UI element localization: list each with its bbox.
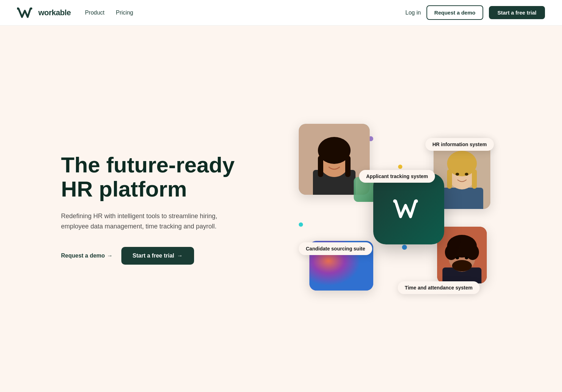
hero-inner: The future-ready HR platform Redefining …	[33, 85, 529, 333]
nav-pricing[interactable]: Pricing	[116, 10, 133, 16]
logo-icon	[17, 6, 35, 19]
svg-rect-17	[472, 169, 477, 189]
svg-rect-6	[318, 156, 323, 177]
nav-product[interactable]: Product	[85, 10, 104, 16]
pill-time: Time and attendance system	[398, 281, 480, 294]
svg-point-11	[414, 199, 418, 203]
start-trial-button-nav[interactable]: Start a free trial	[489, 6, 545, 19]
hero-title: The future-ready HR platform	[61, 153, 246, 201]
pill-hr-info: HR information system	[425, 138, 494, 151]
svg-point-1	[30, 7, 32, 10]
request-demo-button-nav[interactable]: Request a demo	[426, 5, 483, 20]
logo-text: workable	[38, 8, 71, 17]
pill-candidate: Candidate sourcing suite	[299, 242, 372, 255]
svg-rect-7	[345, 156, 351, 177]
login-button[interactable]: Log in	[405, 10, 421, 16]
hero-section: The future-ready HR platform Redefining …	[0, 0, 562, 392]
man-right-svg	[437, 227, 487, 283]
workable-center-card	[373, 173, 444, 244]
logo-link[interactable]: workable	[17, 6, 71, 19]
svg-point-10	[393, 199, 397, 203]
photo-man-right	[437, 227, 487, 283]
hero-illustration: HR information system Applicant tracking…	[288, 106, 501, 312]
arrow-right-icon: →	[107, 253, 113, 259]
navbar: workable Product Pricing Log in Request …	[0, 0, 562, 26]
nav-left: workable Product Pricing	[17, 6, 133, 19]
nav-right: Log in Request a demo Start a free trial	[405, 5, 545, 20]
svg-point-28	[456, 256, 459, 259]
svg-point-9	[338, 160, 342, 162]
dot-yellow	[398, 165, 402, 169]
hero-copy: The future-ready HR platform Redefining …	[61, 153, 246, 265]
svg-rect-13	[441, 188, 483, 209]
nav-links: Product Pricing	[85, 10, 133, 16]
hero-cta: Request a demo → Start a free trial →	[61, 247, 246, 265]
svg-point-19	[465, 173, 468, 176]
svg-point-18	[456, 173, 459, 176]
pill-ats: Applicant tracking system	[359, 170, 435, 183]
dot-cyan	[299, 222, 303, 227]
svg-rect-16	[447, 169, 452, 189]
workable-w-logo	[393, 198, 425, 220]
svg-point-29	[465, 256, 468, 259]
hero-subtitle: Redefining HR with intelligent tools to …	[61, 211, 224, 232]
request-demo-button-hero[interactable]: Request a demo →	[61, 253, 113, 259]
arrow-right-icon: →	[177, 253, 183, 259]
start-trial-button-hero[interactable]: Start a free trial →	[121, 247, 194, 265]
svg-point-8	[326, 160, 331, 162]
svg-point-27	[452, 260, 472, 271]
dot-blue	[402, 245, 407, 250]
